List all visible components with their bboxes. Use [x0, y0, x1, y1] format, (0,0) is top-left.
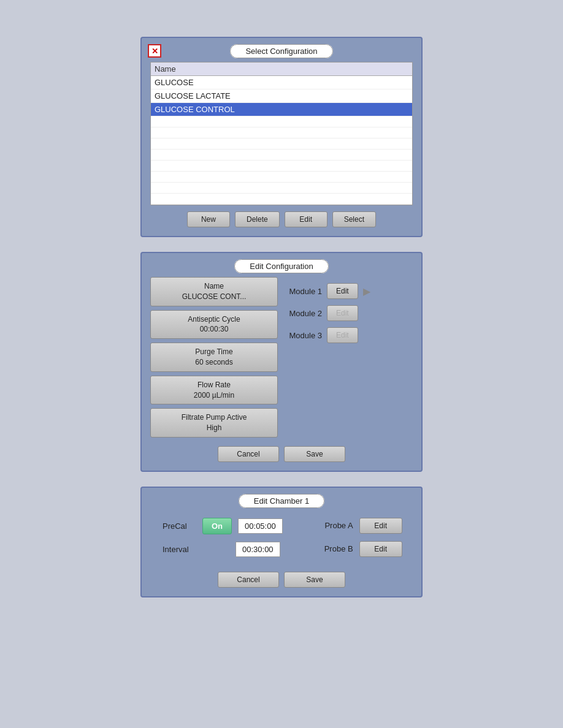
config-table: Name GLUCOSE GLUCOSE LACTATE GLUCOSE CON…	[151, 63, 412, 205]
table-row[interactable]: GLUCOSE LACTATE	[151, 89, 412, 103]
edit-config-layout: Name GLUCOSE CONT... Antiseptic Cycle 00…	[150, 277, 413, 438]
probe-a-row: Probe A Edit	[320, 518, 402, 534]
probe-b-row: Probe B Edit	[320, 541, 402, 557]
edit-chamber-panel: Edit Chamber 1 PreCal On 00:05:00 Interv…	[140, 487, 423, 597]
edit-button[interactable]: Edit	[285, 211, 327, 227]
module1-arrow-icon: ▶	[363, 286, 370, 297]
panel2-button-row: Cancel Save	[150, 446, 413, 462]
precal-row: PreCal On 00:05:00	[163, 518, 283, 534]
edit-config-right: Module 1 Edit ▶ Module 2 Edit Module 3 E…	[285, 277, 413, 438]
table-row[interactable]: GLUCOSE	[151, 76, 412, 89]
config-table-container: Name GLUCOSE GLUCOSE LACTATE GLUCOSE CON…	[150, 62, 413, 205]
module1-label: Module 1	[285, 287, 322, 296]
edit-configuration-panel: Edit Configuration Name GLUCOSE CONT... …	[140, 252, 423, 472]
purge-time-btn[interactable]: Purge Time 60 seconds	[150, 343, 278, 372]
probe-b-edit-button[interactable]: Edit	[359, 541, 402, 557]
precal-on-button[interactable]: On	[202, 518, 232, 534]
interval-time-display: 00:30:00	[236, 542, 280, 557]
save-button[interactable]: Save	[284, 572, 345, 588]
flow-rate-btn[interactable]: Flow Rate 2000 µL/min	[150, 376, 278, 405]
antiseptic-cycle-btn[interactable]: Antiseptic Cycle 00:00:30	[150, 310, 278, 339]
name-btn[interactable]: Name GLUCOSE CONT...	[150, 277, 278, 306]
cancel-button[interactable]: Cancel	[218, 572, 279, 588]
select-configuration-panel: Select Configuration Name GLUCOSE GLUCOS…	[140, 37, 423, 237]
edit-config-left: Name GLUCOSE CONT... Antiseptic Cycle 00…	[150, 277, 278, 438]
delete-button[interactable]: Delete	[235, 211, 280, 227]
close-button[interactable]	[148, 44, 161, 58]
chamber-left: PreCal On 00:05:00 Interval 00:30:00	[163, 518, 283, 557]
module3-row: Module 3 Edit	[285, 327, 413, 343]
probe-a-edit-button[interactable]: Edit	[359, 518, 402, 534]
select-button[interactable]: Select	[332, 211, 376, 227]
probe-b-label: Probe B	[320, 544, 353, 553]
filtrate-pump-btn[interactable]: Filtrate Pump Active High	[150, 408, 278, 438]
module2-edit-button[interactable]: Edit	[327, 305, 358, 321]
chamber-right: Probe A Edit Probe B Edit	[320, 518, 402, 557]
table-header-name: Name	[151, 63, 412, 76]
panel3-title: Edit Chamber 1	[150, 496, 413, 506]
interval-row: Interval 00:30:00	[163, 542, 283, 557]
panel1-button-row: New Delete Edit Select	[150, 211, 413, 227]
table-row-selected[interactable]: GLUCOSE CONTROL	[151, 103, 412, 116]
module2-label: Module 2	[285, 309, 322, 318]
save-button[interactable]: Save	[284, 446, 345, 462]
panel3-button-row: Cancel Save	[150, 572, 413, 588]
panel2-title: Edit Configuration	[150, 262, 413, 271]
module1-row: Module 1 Edit ▶	[285, 283, 413, 299]
probe-a-label: Probe A	[320, 521, 353, 530]
interval-label: Interval	[163, 545, 196, 554]
module1-edit-button[interactable]: Edit	[327, 283, 358, 299]
module3-edit-button[interactable]: Edit	[327, 327, 358, 343]
chamber-main: PreCal On 00:05:00 Interval 00:30:00 Pro…	[150, 512, 413, 563]
module2-row: Module 2 Edit	[285, 305, 413, 321]
cancel-button[interactable]: Cancel	[218, 446, 279, 462]
panel1-title: Select Configuration	[150, 47, 413, 56]
new-button[interactable]: New	[187, 211, 230, 227]
module3-label: Module 3	[285, 331, 322, 340]
precal-time-display: 00:05:00	[238, 518, 283, 534]
precal-label: PreCal	[163, 521, 196, 531]
